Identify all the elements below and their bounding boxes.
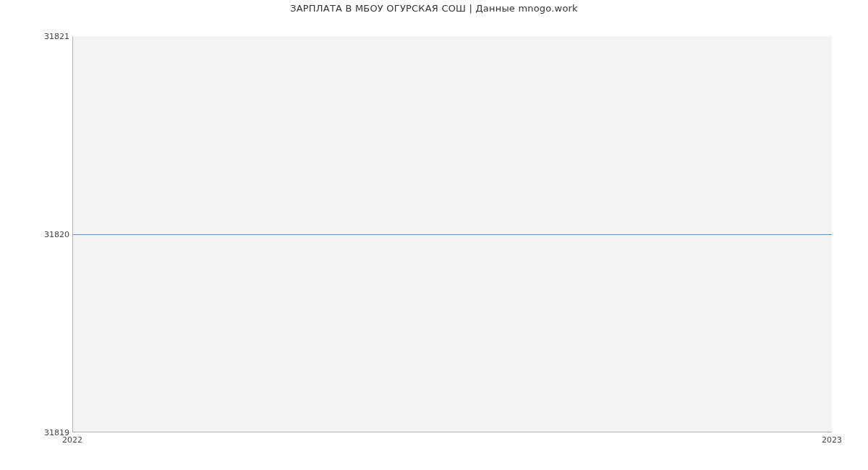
y-tick-2: 31821: [44, 32, 69, 41]
salary-chart: ЗАРПЛАТА В МБОУ ОГУРСКАЯ СОШ | Данные mn…: [0, 0, 868, 470]
series-line: [73, 234, 832, 235]
x-tick-0: 2022: [62, 435, 82, 445]
y-tick-1: 31820: [44, 230, 69, 239]
chart-title: ЗАРПЛАТА В МБОУ ОГУРСКАЯ СОШ | Данные mn…: [0, 3, 868, 14]
plot-area: [72, 36, 832, 432]
x-tick-1: 2023: [822, 435, 842, 445]
